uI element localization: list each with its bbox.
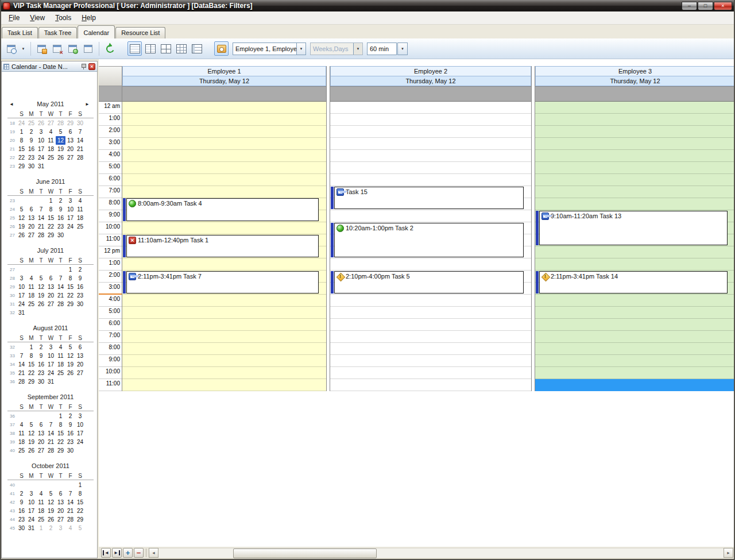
calendar-event[interactable]: 8:00am-9:30am Task 4 — [126, 198, 319, 221]
column-splitter[interactable] — [531, 66, 535, 391]
mini-day[interactable]: 26 — [36, 300, 46, 308]
mini-day[interactable]: 23 — [65, 438, 75, 446]
mini-day[interactable]: 4 — [26, 274, 36, 283]
mini-day[interactable]: 1 — [26, 343, 36, 352]
mini-day[interactable]: 27 — [46, 300, 56, 308]
mini-day[interactable]: 5 — [26, 420, 36, 429]
mini-day[interactable]: 8 — [26, 352, 36, 360]
mini-day[interactable]: 4 — [17, 420, 26, 429]
menu-tools[interactable]: Tools — [50, 12, 76, 24]
mini-day[interactable]: 21 — [46, 438, 56, 446]
mini-day[interactable]: 13 — [26, 214, 36, 222]
mini-day[interactable]: 7 — [17, 352, 26, 360]
mini-day[interactable]: 7 — [65, 489, 75, 498]
timeline-view-button[interactable] — [189, 41, 204, 56]
mini-day[interactable]: 20 — [46, 291, 56, 300]
mini-day[interactable]: 9 — [75, 274, 85, 283]
mini-day[interactable]: 26 — [65, 369, 75, 377]
mini-day[interactable]: 6 — [26, 205, 36, 214]
mini-day[interactable]: 30 — [75, 119, 85, 128]
mini-day[interactable]: 2 — [36, 343, 46, 352]
mini-day[interactable]: 11 — [17, 429, 26, 438]
mini-day[interactable]: 24 — [46, 369, 56, 377]
mini-day[interactable]: 11 — [36, 498, 46, 507]
day-column[interactable]: 8:00am-9:30am Task 411:10am-12:40pm Task… — [122, 102, 326, 391]
mini-day[interactable]: 15 — [75, 498, 85, 507]
mini-day[interactable]: 7 — [56, 274, 65, 283]
allday-area[interactable] — [535, 86, 735, 102]
mini-day[interactable]: 22 — [75, 507, 85, 515]
mini-day[interactable]: 11 — [26, 283, 36, 291]
mini-day[interactable]: 14 — [65, 498, 75, 507]
mini-day[interactable]: 4 — [75, 196, 85, 205]
mini-day[interactable]: 10 — [46, 352, 56, 360]
mini-day[interactable]: 24 — [65, 222, 75, 231]
mini-day[interactable]: 30 — [65, 446, 75, 455]
mini-day[interactable]: 6 — [65, 128, 75, 136]
mini-day[interactable]: 11 — [75, 205, 85, 214]
mini-day[interactable]: 24 — [26, 515, 36, 524]
mini-day[interactable]: 20 — [65, 145, 75, 153]
mini-day[interactable]: 29 — [75, 515, 85, 524]
mini-day[interactable]: 7 — [75, 128, 85, 136]
mini-day[interactable]: 10 — [17, 283, 26, 291]
column-splitter[interactable] — [326, 66, 330, 391]
scroll-left-button[interactable]: ◄ — [149, 548, 158, 558]
interval-combo[interactable]: 60 min — [367, 43, 397, 55]
tab-task-list[interactable]: Task List — [2, 27, 38, 38]
mini-day[interactable]: 9 — [36, 352, 46, 360]
mini-day[interactable]: 1 — [36, 524, 46, 532]
mini-day[interactable]: 15 — [26, 360, 36, 369]
mini-day[interactable]: 14 — [75, 136, 85, 145]
mini-day[interactable]: 29 — [56, 446, 65, 455]
mini-day[interactable]: 22 — [56, 438, 65, 446]
mini-day[interactable]: 18 — [46, 145, 56, 153]
mini-day[interactable]: 27 — [56, 515, 65, 524]
mini-day[interactable]: 31 — [17, 308, 26, 317]
allday-area[interactable] — [122, 86, 326, 102]
mini-day[interactable]: 31 — [46, 377, 56, 386]
mini-day[interactable]: 11 — [46, 136, 56, 145]
group-by-resources-button[interactable] — [214, 41, 229, 56]
mini-day[interactable]: 23 — [17, 515, 26, 524]
mini-day[interactable]: 25 — [17, 446, 26, 455]
mini-day[interactable]: 15 — [46, 214, 56, 222]
mini-day[interactable]: 9 — [56, 205, 65, 214]
mini-day[interactable]: 2 — [46, 524, 56, 532]
mini-day[interactable]: 25 — [26, 300, 36, 308]
mini-day[interactable]: 18 — [75, 214, 85, 222]
duplicate-task-button[interactable] — [65, 41, 80, 56]
next-month-button[interactable]: ► — [85, 102, 90, 107]
mini-day[interactable]: 4 — [56, 343, 65, 352]
mini-day[interactable]: 2 — [26, 128, 36, 136]
mini-day[interactable]: 5 — [65, 343, 75, 352]
month-view-button[interactable] — [174, 41, 188, 56]
mini-day[interactable]: 1 — [46, 196, 56, 205]
mini-day[interactable]: 24 — [75, 438, 85, 446]
mini-day[interactable]: 20 — [56, 507, 65, 515]
mini-day[interactable]: 25 — [36, 515, 46, 524]
mini-day[interactable]: 14 — [46, 429, 56, 438]
mini-day[interactable]: 13 — [36, 429, 46, 438]
mini-day[interactable]: 25 — [75, 222, 85, 231]
mini-day[interactable]: 29 — [65, 300, 75, 308]
task-properties-button[interactable] — [81, 41, 95, 56]
mini-day[interactable]: 23 — [56, 222, 65, 231]
mini-day[interactable]: 6 — [56, 489, 65, 498]
maximize-button[interactable]: □ — [698, 2, 713, 10]
mini-day[interactable]: 30 — [26, 162, 36, 171]
mini-day[interactable]: 21 — [75, 145, 85, 153]
day-column[interactable]: Task 1510:20am-1:00pm Task 22:10pm-4:00p… — [330, 102, 531, 391]
mini-day[interactable]: 8 — [17, 136, 26, 145]
calendar-event[interactable]: 9:10am-11:20am Task 13 — [539, 211, 728, 245]
mini-day[interactable]: 9 — [65, 420, 75, 429]
mini-day[interactable]: 5 — [75, 524, 85, 532]
mini-day[interactable]: 3 — [46, 343, 56, 352]
tab-task-tree[interactable]: Task Tree — [38, 27, 78, 38]
mini-day[interactable]: 12 — [36, 283, 46, 291]
last-date-button[interactable]: ► — [112, 548, 122, 558]
menu-file[interactable]: File — [3, 12, 25, 24]
new-task-button[interactable] — [4, 41, 18, 56]
mini-day[interactable]: 13 — [56, 498, 65, 507]
mini-day[interactable]: 2 — [56, 196, 65, 205]
